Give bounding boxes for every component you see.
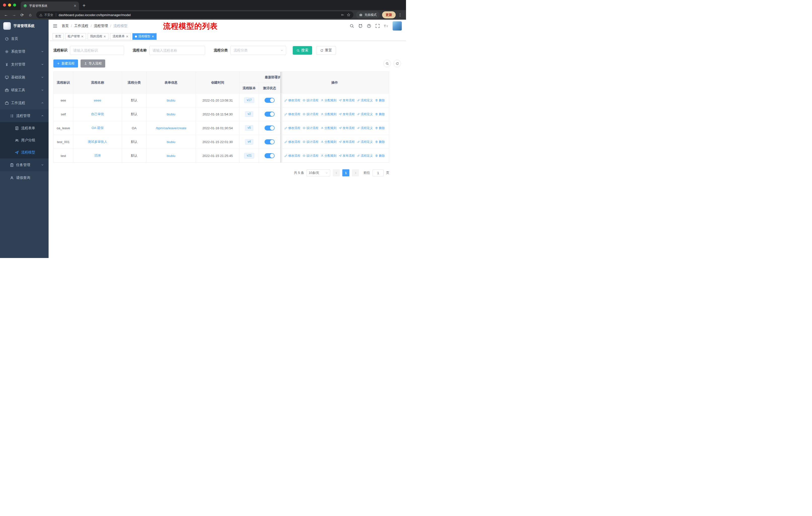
delete-link[interactable]: 删除	[375, 126, 385, 130]
design-process-link[interactable]: 设计流程	[302, 112, 318, 116]
breadcrumb-workflow[interactable]: 工作流程	[74, 24, 88, 28]
active-toggle[interactable]	[265, 153, 274, 158]
new-tab-button[interactable]: +	[83, 3, 86, 8]
minimize-window-button[interactable]	[8, 3, 11, 6]
sidebar-item-system[interactable]: 系统管理	[0, 45, 49, 58]
sidebar-item-leave-query[interactable]: 请假查询	[0, 171, 49, 184]
address-bar[interactable]: 不安全 dashboard.yudao.iocoder.cn/bpm/manag…	[36, 11, 353, 19]
design-process-link[interactable]: 设计流程	[302, 98, 318, 103]
sidebar-item-process-model[interactable]: 流程模型	[0, 146, 49, 159]
font-size-icon[interactable]: TT	[384, 24, 388, 28]
process-definition-link[interactable]: 流程定义	[357, 140, 373, 144]
process-name-link[interactable]: 测试多审批人	[88, 140, 108, 144]
publish-process-link[interactable]: 发布流程	[339, 140, 355, 144]
assign-rule-link[interactable]: 分配规则	[321, 154, 337, 158]
search-icon[interactable]	[350, 24, 354, 28]
assign-rule-link[interactable]: 分配规则	[321, 126, 337, 130]
process-id-input[interactable]	[70, 46, 124, 55]
fullscreen-icon[interactable]	[375, 24, 380, 28]
next-page-button[interactable]	[352, 169, 359, 176]
tag-my-process[interactable]: 我的流程✕	[88, 33, 109, 40]
modify-process-link[interactable]: 修改流程	[284, 154, 300, 158]
publish-process-link[interactable]: 发布流程	[339, 112, 355, 116]
sidebar-item-devtools[interactable]: 研发工具	[0, 84, 49, 97]
maximize-window-button[interactable]	[13, 3, 16, 6]
assign-rule-link[interactable]: 分配规则	[321, 140, 337, 144]
toggle-search-button[interactable]	[383, 60, 391, 67]
close-icon[interactable]: ✕	[151, 35, 154, 38]
current-page-button[interactable]: 1	[342, 169, 349, 176]
design-process-link[interactable]: 设计流程	[302, 154, 318, 158]
sidebar-item-process-form[interactable]: 流程表单	[0, 122, 49, 134]
refresh-table-button[interactable]	[394, 60, 401, 67]
active-toggle[interactable]	[265, 112, 274, 117]
goto-page-input[interactable]	[373, 169, 384, 176]
sidebar-item-workflow[interactable]: 工作流程	[0, 97, 49, 109]
close-icon[interactable]: ✕	[126, 35, 128, 38]
collapse-sidebar-icon[interactable]	[53, 23, 58, 28]
tag-process-model[interactable]: 流程模型✕	[133, 33, 156, 40]
modify-process-link[interactable]: 修改流程	[284, 126, 300, 130]
github-icon[interactable]	[358, 24, 363, 28]
breadcrumb-process-mgmt[interactable]: 流程管理	[94, 24, 108, 28]
process-definition-link[interactable]: 流程定义	[357, 112, 373, 116]
process-definition-link[interactable]: 流程定义	[357, 154, 373, 158]
publish-process-link[interactable]: 发布流程	[339, 154, 355, 158]
forward-button[interactable]: →	[10, 11, 18, 19]
bookmark-star-icon[interactable]	[347, 13, 350, 17]
delete-link[interactable]: 删除	[375, 98, 385, 103]
assign-rule-link[interactable]: 分配规则	[321, 112, 337, 116]
sidebar-item-payment[interactable]: 支付管理	[0, 58, 49, 71]
close-icon[interactable]: ✕	[104, 35, 106, 38]
form-info-link[interactable]: biubiu	[167, 112, 175, 116]
sidebar-item-infra[interactable]: 基础设施	[0, 71, 49, 84]
modify-process-link[interactable]: 修改流程	[284, 112, 300, 116]
assign-rule-link[interactable]: 分配规则	[321, 98, 337, 103]
active-toggle[interactable]	[265, 126, 274, 131]
user-avatar[interactable]	[393, 21, 402, 31]
category-select[interactable]: 流程分类	[230, 46, 286, 55]
form-info-link[interactable]: biubiu	[167, 140, 175, 144]
browser-update-button[interactable]: 更新	[382, 11, 396, 19]
publish-process-link[interactable]: 发布流程	[339, 98, 355, 103]
process-name-link[interactable]: OA 请假	[92, 126, 104, 130]
security-label[interactable]: 不安全	[44, 13, 53, 17]
form-info-link[interactable]: biubiu	[167, 99, 175, 102]
sidebar-item-home[interactable]: 首页	[0, 32, 49, 45]
app-logo[interactable]: 芋道管理系统	[0, 20, 49, 32]
browser-menu-icon[interactable]: ⋮	[397, 12, 404, 17]
tab-close-icon[interactable]: ✕	[74, 4, 77, 8]
search-button[interactable]: 搜索	[293, 46, 312, 55]
delete-link[interactable]: 删除	[375, 154, 385, 158]
process-definition-link[interactable]: 流程定义	[357, 126, 373, 130]
process-name-link[interactable]: eeee	[94, 99, 101, 102]
help-icon[interactable]	[367, 24, 371, 28]
process-name-link[interactable]: 自己审批	[91, 112, 104, 116]
delete-link[interactable]: 删除	[375, 140, 385, 144]
active-toggle[interactable]	[265, 139, 274, 144]
design-process-link[interactable]: 设计流程	[302, 140, 318, 144]
reset-button[interactable]: 重置	[316, 46, 336, 55]
delete-link[interactable]: 删除	[375, 112, 385, 116]
import-process-button[interactable]: 导入流程	[81, 59, 105, 67]
tag-process-form[interactable]: 流程表单✕	[110, 33, 131, 40]
form-info-link[interactable]: /bpm/oa/leave/create	[156, 126, 186, 130]
process-name-input[interactable]	[149, 46, 205, 55]
active-toggle[interactable]	[265, 98, 274, 103]
browser-tab[interactable]: 芋道管理系统 ✕	[21, 1, 79, 10]
close-window-button[interactable]	[3, 3, 6, 6]
home-button[interactable]: ⌂	[27, 11, 34, 19]
close-icon[interactable]: ✕	[81, 35, 84, 38]
tag-home[interactable]: 首页	[53, 33, 64, 40]
page-size-select[interactable]: 10条/页	[307, 169, 330, 176]
process-definition-link[interactable]: 流程定义	[357, 98, 373, 103]
sidebar-item-task-mgmt[interactable]: 任务管理	[0, 159, 49, 171]
modify-process-link[interactable]: 修改流程	[284, 98, 300, 103]
sidebar-item-user-group[interactable]: 用户分组	[0, 134, 49, 146]
design-process-link[interactable]: 设计流程	[302, 126, 318, 130]
back-button[interactable]: ←	[2, 11, 9, 19]
form-info-link[interactable]: biubiu	[167, 154, 175, 158]
breadcrumb-home[interactable]: 首页	[62, 24, 69, 28]
create-process-button[interactable]: 新建流程	[53, 59, 78, 67]
modify-process-link[interactable]: 修改流程	[284, 140, 300, 144]
